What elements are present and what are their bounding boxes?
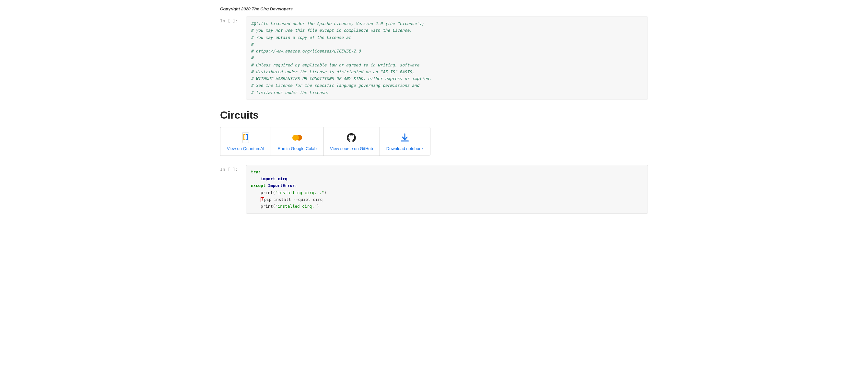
license-code-pre: #@title Licensed under the Apache Licens… <box>251 20 643 96</box>
cell-label-python: In [ ]: <box>220 165 246 172</box>
page-container: Copyright 2020 The Cirq Developers In [ … <box>207 0 661 228</box>
quantumai-icon <box>241 132 251 144</box>
python-code-pre: try: import cirq except ImportError: pri… <box>251 168 643 210</box>
download-notebook-button[interactable]: Download notebook <box>380 127 430 156</box>
circuits-heading: Circuits <box>220 109 648 121</box>
cell-label-license: In [ ]: <box>220 17 246 23</box>
run-colab-button[interactable]: Run in Google Colab <box>271 127 323 156</box>
python-cell: In [ ]: try: import cirq except ImportEr… <box>220 165 648 214</box>
download-label: Download notebook <box>386 146 424 151</box>
github-label: View source on GitHub <box>330 146 373 151</box>
copyright-text: Copyright 2020 The Cirq Developers <box>220 6 648 11</box>
action-buttons-row: View on QuantumAI Run in Google Colab <box>220 127 430 156</box>
download-icon <box>399 132 411 144</box>
github-icon <box>345 132 357 144</box>
colab-icon <box>291 132 303 144</box>
view-github-button[interactable]: View source on GitHub <box>323 127 380 156</box>
python-code-content[interactable]: try: import cirq except ImportError: pri… <box>246 165 648 214</box>
quantumai-label: View on QuantumAI <box>227 146 264 151</box>
view-quantumai-button[interactable]: View on QuantumAI <box>220 127 271 156</box>
svg-point-4 <box>295 136 299 140</box>
colab-label: Run in Google Colab <box>277 146 317 151</box>
license-code-content[interactable]: #@title Licensed under the Apache Licens… <box>246 17 648 99</box>
license-cell: In [ ]: #@title Licensed under the Apach… <box>220 17 648 99</box>
